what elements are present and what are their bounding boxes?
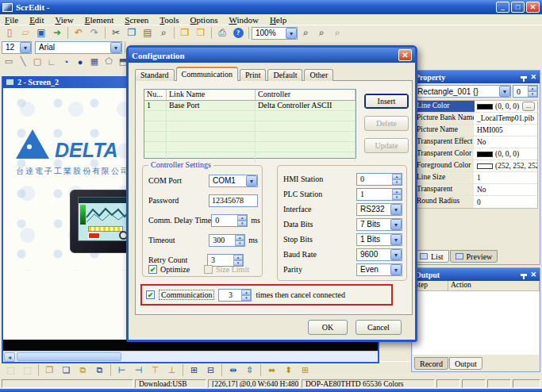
property-row-foreground-color[interactable]: Foreground Color (252, 252, 252) [414,160,537,172]
send-backward-icon[interactable]: ⧉ [91,363,108,378]
open-icon[interactable]: ▱ [17,26,33,40]
polygon-tool-icon[interactable]: ⬠ [102,56,116,68]
interface-combobox[interactable]: RS232 ▾ [356,203,402,216]
chevron-down-icon[interactable]: ▾ [390,219,402,230]
screen-manager-icon[interactable]: ❒ [177,26,193,40]
spin-up-icon[interactable]: ▴ [392,189,402,194]
dialog-close-icon[interactable]: ✕ [398,49,412,61]
menu-file[interactable]: File [5,15,18,25]
delete-button[interactable]: Delete [364,116,409,131]
chevron-down-icon[interactable]: ▾ [110,42,121,53]
spin-down-icon[interactable]: ▾ [528,91,537,97]
tab-standard[interactable]: Standard [135,69,175,81]
align-top-icon[interactable]: ⊤ [147,363,163,378]
tab-communication[interactable]: Communication [176,67,238,81]
object-index-stepper[interactable]: 0 ▴ ▾ [513,85,538,98]
spin-down-icon[interactable]: ▾ [237,221,247,226]
com-port-combobox[interactable]: COM1 ▾ [209,175,258,187]
print-icon[interactable]: ⎙ [214,26,230,40]
same-size-icon[interactable]: ⊞ [297,363,313,378]
menu-screen[interactable]: Screen [125,15,148,25]
chevron-down-icon[interactable]: ▾ [20,42,31,53]
communication-retry-stepper[interactable]: 3 ▴ ▾ [218,289,252,302]
export-icon[interactable]: ➜ [49,26,65,40]
spin-up-icon[interactable]: ▴ [235,235,244,240]
property-row-line-size[interactable]: Line Size 1 [414,172,537,184]
copy-icon[interactable]: ❐ [124,26,140,40]
element-bank-icon[interactable]: ❒ [193,26,209,40]
tab-output[interactable]: Output [449,357,482,370]
send-to-back-icon[interactable]: ❏ [58,363,75,378]
tab-record[interactable]: Record [414,357,448,370]
dialog-titlebar[interactable]: Configuration ✕ [129,48,415,63]
tab-default[interactable]: Default [267,69,302,81]
object-selector-combobox[interactable]: Rectangle_001 {} ▾ [413,85,511,98]
close-icon[interactable]: ✕ [530,73,536,81]
ellipse-tool-icon[interactable]: ● [73,56,87,68]
line-tool-icon[interactable]: ╲ [16,56,30,68]
chevron-down-icon[interactable]: ▾ [246,175,257,186]
find-icon[interactable]: ⌕ [156,26,171,40]
spin-up-icon[interactable]: ▴ [241,290,251,295]
menu-window[interactable]: Window [229,15,258,25]
zoom-out-icon[interactable]: ⌕ [313,26,329,40]
align-bottom-icon[interactable]: ⊥ [163,363,180,378]
pin-icon[interactable] [521,76,527,79]
undo-icon[interactable]: ↶ [71,26,86,40]
tab-other[interactable]: Other [304,69,333,81]
new-icon[interactable]: ▯ [2,26,17,40]
update-button[interactable]: Update [364,138,409,153]
group-icon[interactable]: ⬚ [2,363,19,378]
space-down-icon[interactable]: ⇳ [241,363,258,378]
chevron-down-icon[interactable]: ▾ [499,86,510,97]
polyline-tool-icon[interactable]: ∟ [44,56,59,68]
spin-down-icon[interactable]: ▾ [392,179,402,185]
menu-edit[interactable]: Edit [29,15,44,25]
spin-up-icon[interactable]: ▴ [233,255,243,260]
tab-list[interactable]: List [414,250,449,263]
color-picker-button[interactable]: ... [522,102,535,111]
center-horizontal-icon[interactable]: ⊞ [186,363,202,378]
paste-icon[interactable]: ▤ [140,26,156,40]
bring-to-front-icon[interactable]: ❐ [41,363,58,378]
menu-view[interactable]: View [55,15,73,25]
communication-checkbox[interactable]: ✔ [146,290,155,299]
timeout-stepper[interactable]: 300 ▴ ▾ [209,234,245,247]
pin-icon[interactable] [521,274,527,276]
checkbox-checked-icon[interactable]: ✔ [148,265,157,274]
tab-print[interactable]: Print [240,69,266,81]
scrollbar-thumb[interactable] [17,352,121,361]
stop-bits-combobox[interactable]: 1 Bits ▾ [356,233,402,246]
same-width-icon[interactable]: ⬌ [263,363,280,378]
comm-delay-stepper[interactable]: 0 ▴ ▾ [211,214,248,227]
spin-down-icon[interactable]: ▾ [235,240,244,246]
horizontal-scrollbar[interactable]: ◂ [3,351,378,362]
baud-rate-combobox[interactable]: 9600 ▾ [356,248,402,261]
zoom-fit-icon[interactable]: ⌕ [329,26,345,40]
bring-forward-icon[interactable]: ⧉ [75,363,91,378]
parity-combobox[interactable]: Even ▾ [356,263,402,276]
menu-tools[interactable]: Tools [160,15,179,25]
help-about-icon[interactable]: ? [230,26,246,40]
chevron-down-icon[interactable]: ▾ [390,234,402,245]
property-row-round-radius[interactable]: Round Radius 0 [414,196,537,208]
cut-icon[interactable]: ✂ [108,26,124,40]
checkbox-unchecked-icon[interactable] [204,265,213,274]
chevron-down-icon[interactable]: ▾ [390,264,402,275]
spin-down-icon[interactable]: ▾ [241,295,251,301]
zoom-in-icon[interactable]: ⌕ [298,26,313,40]
chevron-down-icon[interactable]: ▾ [286,28,297,39]
property-row-transparent[interactable]: Transparent No [414,184,537,196]
redo-icon[interactable]: ↷ [86,26,102,40]
roundrect-tool-icon[interactable]: ▢ [30,56,44,68]
center-vertical-icon[interactable]: ⊟ [202,363,219,378]
close-button[interactable]: ✕ [526,2,540,13]
output-table-body[interactable] [413,291,539,355]
property-row-transparent-color[interactable]: Transparent Color (0, 0, 0) [414,148,537,160]
property-row-line-color[interactable]: Line Color (0, 0, 0) ... [414,101,537,113]
rect-tool-icon[interactable]: ▭ [2,56,16,68]
save-icon[interactable]: ▣ [33,26,49,40]
optimize-checkbox[interactable]: ✔ Optimize [148,265,190,274]
property-row-picture-bank-name[interactable]: Picture Bank Name _LocalTemp01.pib [414,113,537,125]
communication-checkbox-label[interactable]: Communication [159,290,214,300]
